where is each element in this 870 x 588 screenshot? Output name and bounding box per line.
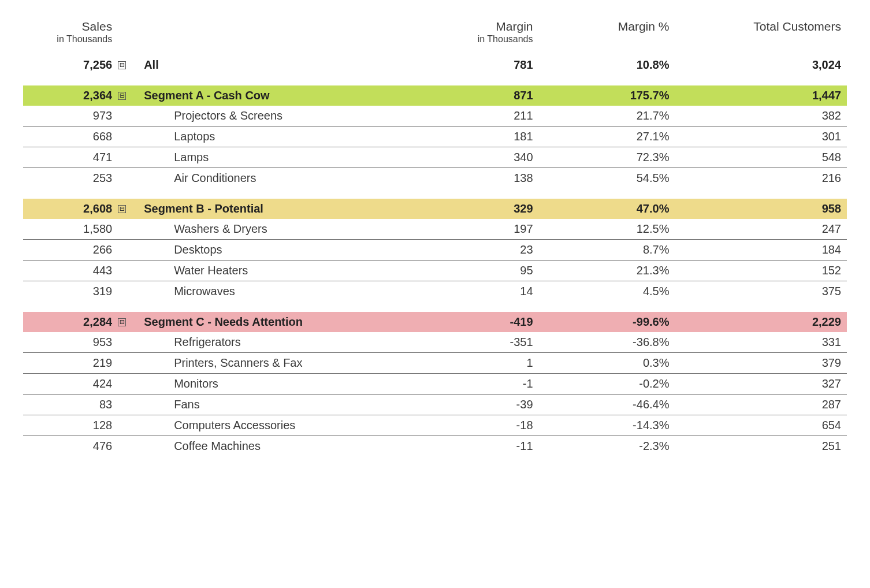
item-sales: 668: [23, 126, 118, 147]
segment-margin: -419: [414, 312, 538, 332]
row-item: 219Printers, Scanners & Fax10.3%379: [23, 352, 847, 373]
toggle-segment[interactable]: ⊟: [118, 312, 142, 332]
item-customers: 184: [675, 239, 847, 260]
item-customers: 548: [675, 147, 847, 168]
collapse-icon[interactable]: ⊟: [118, 61, 126, 69]
row-item: 668Laptops18127.1%301: [23, 126, 847, 147]
toggle-segment[interactable]: ⊟: [118, 85, 142, 106]
item-customers: 251: [675, 436, 847, 456]
item-margin-pct: 21.3%: [539, 260, 675, 281]
segment-margin-pct: 47.0%: [539, 199, 675, 219]
header-sales-label: Sales: [29, 20, 112, 33]
item-label[interactable]: Coffee Machines: [142, 436, 414, 456]
row-segment: 2,284⊟Segment C - Needs Attention-419-99…: [23, 312, 847, 332]
item-label[interactable]: Printers, Scanners & Fax: [142, 352, 414, 373]
item-customers: 216: [675, 168, 847, 188]
segment-margin-pct: -99.6%: [539, 312, 675, 332]
item-label[interactable]: Air Conditioners: [142, 168, 414, 188]
item-label[interactable]: Desktops: [142, 239, 414, 260]
segment-margin: 871: [414, 85, 538, 106]
segment-margin: 329: [414, 199, 538, 219]
item-label[interactable]: Laptops: [142, 126, 414, 147]
item-label[interactable]: Refrigerators: [142, 332, 414, 353]
item-label[interactable]: Water Heaters: [142, 260, 414, 281]
header-row: Sales in Thousands Margin in Thousands M…: [23, 17, 847, 50]
total-label[interactable]: All: [142, 55, 414, 75]
item-margin-pct: 21.7%: [539, 106, 675, 126]
header-customers[interactable]: Total Customers: [675, 17, 847, 50]
row-item: 266Desktops238.7%184: [23, 239, 847, 260]
item-margin-pct: -0.2%: [539, 373, 675, 394]
row-segment: 2,364⊟Segment A - Cash Cow871175.7%1,447: [23, 85, 847, 106]
item-label[interactable]: Fans: [142, 394, 414, 415]
item-margin: 14: [414, 281, 538, 302]
item-customers: 331: [675, 332, 847, 353]
item-customers: 301: [675, 126, 847, 147]
item-customers: 152: [675, 260, 847, 281]
header-margin-sub: in Thousands: [420, 34, 533, 44]
item-customers: 327: [675, 373, 847, 394]
item-margin: 23: [414, 239, 538, 260]
item-margin-pct: 0.3%: [539, 352, 675, 373]
item-customers: 375: [675, 281, 847, 302]
item-margin-pct: 27.1%: [539, 126, 675, 147]
item-margin: 211: [414, 106, 538, 126]
header-sales-sub: in Thousands: [29, 34, 112, 44]
item-margin: -351: [414, 332, 538, 353]
collapse-icon[interactable]: ⊟: [118, 318, 126, 326]
item-sales: 471: [23, 147, 118, 168]
segment-label[interactable]: Segment A - Cash Cow: [142, 85, 414, 106]
item-customers: 654: [675, 415, 847, 436]
item-margin-pct: 12.5%: [539, 219, 675, 240]
item-sales: 319: [23, 281, 118, 302]
header-margin-pct[interactable]: Margin %: [539, 17, 675, 50]
header-sales[interactable]: Sales in Thousands: [23, 17, 118, 50]
row-item: 83Fans-39-46.4%287: [23, 394, 847, 415]
item-margin: -1: [414, 373, 538, 394]
row-item: 128Computers Accessories-18-14.3%654: [23, 415, 847, 436]
segment-margin-pct: 175.7%: [539, 85, 675, 106]
header-margin[interactable]: Margin in Thousands: [414, 17, 538, 50]
item-margin: -39: [414, 394, 538, 415]
item-label[interactable]: Monitors: [142, 373, 414, 394]
segment-sales: 2,608: [23, 199, 118, 219]
item-margin: 138: [414, 168, 538, 188]
item-label[interactable]: Projectors & Screens: [142, 106, 414, 126]
segment-label[interactable]: Segment C - Needs Attention: [142, 312, 414, 332]
item-margin: 95: [414, 260, 538, 281]
toggle-all[interactable]: ⊟: [118, 55, 142, 75]
item-margin: 1: [414, 352, 538, 373]
segment-label[interactable]: Segment B - Potential: [142, 199, 414, 219]
total-margin-pct: 10.8%: [539, 55, 675, 75]
row-item: 424Monitors-1-0.2%327: [23, 373, 847, 394]
item-customers: 247: [675, 219, 847, 240]
item-sales: 83: [23, 394, 118, 415]
row-item: 476Coffee Machines-11-2.3%251: [23, 436, 847, 456]
row-item: 953Refrigerators-351-36.8%331: [23, 332, 847, 353]
item-sales: 476: [23, 436, 118, 456]
segment-sales: 2,284: [23, 312, 118, 332]
row-segment: 2,608⊟Segment B - Potential32947.0%958: [23, 199, 847, 219]
item-label[interactable]: Washers & Dryers: [142, 219, 414, 240]
item-sales: 1,580: [23, 219, 118, 240]
item-sales: 266: [23, 239, 118, 260]
item-label[interactable]: Computers Accessories: [142, 415, 414, 436]
item-margin: 340: [414, 147, 538, 168]
collapse-icon[interactable]: ⊟: [118, 92, 126, 100]
item-margin-pct: 8.7%: [539, 239, 675, 260]
item-margin: -11: [414, 436, 538, 456]
item-label[interactable]: Microwaves: [142, 281, 414, 302]
item-label[interactable]: Lamps: [142, 147, 414, 168]
total-sales: 7,256: [23, 55, 118, 75]
row-item: 471Lamps34072.3%548: [23, 147, 847, 168]
item-customers: 379: [675, 352, 847, 373]
collapse-icon[interactable]: ⊟: [118, 205, 126, 213]
item-margin-pct: -36.8%: [539, 332, 675, 353]
item-margin: 181: [414, 126, 538, 147]
item-customers: 382: [675, 106, 847, 126]
item-sales: 443: [23, 260, 118, 281]
item-margin-pct: 4.5%: [539, 281, 675, 302]
total-customers: 3,024: [675, 55, 847, 75]
pivot-table: Sales in Thousands Margin in Thousands M…: [23, 17, 847, 456]
toggle-segment[interactable]: ⊟: [118, 199, 142, 219]
